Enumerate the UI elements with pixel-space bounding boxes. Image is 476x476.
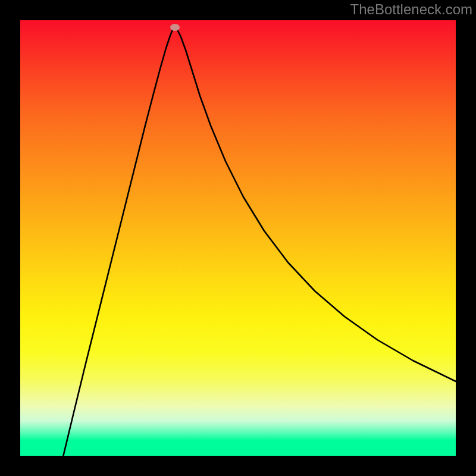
bottleneck-curve xyxy=(62,27,456,456)
minimum-marker xyxy=(170,24,180,31)
plot-area xyxy=(20,20,456,456)
chart-frame: TheBottleneck.com xyxy=(0,0,476,476)
chart-svg xyxy=(20,20,456,456)
watermark-text: TheBottleneck.com xyxy=(350,1,472,18)
